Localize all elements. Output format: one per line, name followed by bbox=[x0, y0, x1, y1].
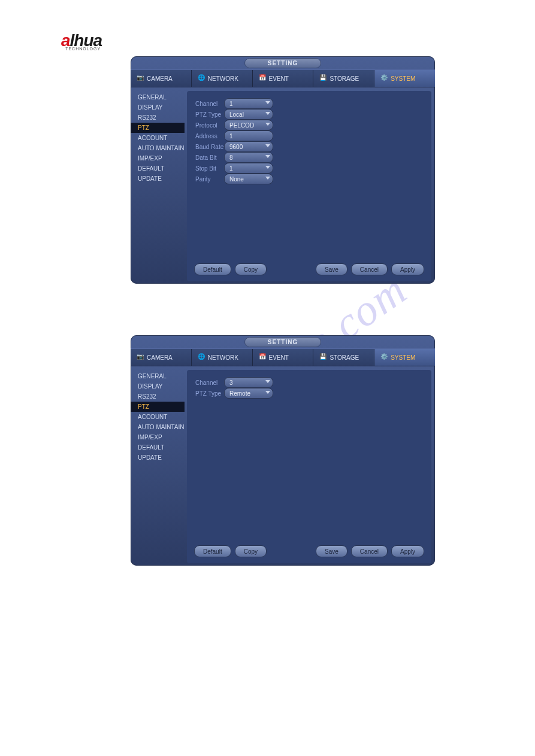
apply-button[interactable]: Apply bbox=[391, 545, 424, 557]
copy-button[interactable]: Copy bbox=[235, 263, 267, 275]
storage-icon: 💾 bbox=[319, 74, 328, 83]
chevron-down-icon bbox=[265, 112, 270, 115]
logo-subtext: TECHNOLOGY bbox=[61, 47, 101, 51]
tab-camera[interactable]: 📷CAMERA bbox=[131, 70, 192, 87]
panel-body: GENERAL DISPLAY RS232 PTZ ACCOUNT AUTO M… bbox=[131, 87, 435, 285]
sidebar-item-default[interactable]: DEFAULT bbox=[131, 163, 185, 174]
sidebar-item-automaintain[interactable]: AUTO MAINTAIN bbox=[131, 422, 185, 432]
default-button[interactable]: Default bbox=[194, 263, 231, 275]
save-button[interactable]: Save bbox=[316, 545, 347, 557]
sidebar-item-default[interactable]: DEFAULT bbox=[131, 442, 185, 453]
brand-logo: alhua TECHNOLOGY bbox=[61, 31, 102, 51]
content-wrap: Channel 1 PTZ Type Local Protocol PELCOD… bbox=[185, 87, 435, 285]
sidebar-item-display[interactable]: DISPLAY bbox=[131, 102, 185, 113]
tab-network[interactable]: 🌐NETWORK bbox=[192, 349, 253, 366]
apply-button[interactable]: Apply bbox=[391, 263, 424, 275]
label-baud: Baud Rate bbox=[195, 144, 224, 150]
chevron-down-icon bbox=[265, 177, 270, 180]
tab-label: STORAGE bbox=[330, 75, 359, 82]
camera-icon: 📷 bbox=[137, 74, 145, 83]
tab-camera[interactable]: 📷CAMERA bbox=[131, 349, 192, 366]
title-bar: SETTING bbox=[131, 335, 435, 348]
content-area: Channel 1 PTZ Type Local Protocol PELCOD… bbox=[187, 91, 431, 281]
tab-label: STORAGE bbox=[330, 354, 359, 361]
row-parity: Parity None bbox=[195, 174, 431, 184]
select-ptztype[interactable]: Remote bbox=[224, 388, 273, 399]
row-ptztype: PTZ Type Local bbox=[195, 109, 431, 120]
sidebar-item-ptz[interactable]: PTZ bbox=[131, 123, 185, 133]
row-channel: Channel 3 bbox=[195, 377, 431, 388]
default-button[interactable]: Default bbox=[194, 545, 231, 557]
sidebar-item-update[interactable]: UPDATE bbox=[131, 453, 185, 463]
chevron-down-icon bbox=[265, 101, 270, 104]
tab-network[interactable]: 🌐NETWORK bbox=[192, 70, 253, 87]
select-value: None bbox=[229, 176, 244, 183]
sidebar-item-update[interactable]: UPDATE bbox=[131, 174, 185, 184]
tab-event[interactable]: 📅EVENT bbox=[253, 70, 314, 87]
cancel-button[interactable]: Cancel bbox=[351, 545, 388, 557]
tab-label: CAMERA bbox=[147, 354, 173, 361]
tab-system[interactable]: ⚙️SYSTEM bbox=[374, 349, 435, 366]
select-ptztype[interactable]: Local bbox=[224, 109, 273, 120]
select-value: 8 bbox=[229, 154, 233, 161]
select-channel[interactable]: 1 bbox=[224, 98, 273, 109]
sidebar-item-rs232[interactable]: RS232 bbox=[131, 113, 185, 123]
settings-panel-2: SETTING 📷CAMERA 🌐NETWORK 📅EVENT 💾STORAGE… bbox=[131, 335, 435, 566]
label-parity: Parity bbox=[195, 176, 224, 183]
event-icon: 📅 bbox=[259, 353, 267, 362]
chevron-down-icon bbox=[265, 123, 270, 126]
sidebar-item-impexp[interactable]: IMP/EXP bbox=[131, 153, 185, 163]
settings-panel-1: SETTING 📷CAMERA 🌐NETWORK 📅EVENT 💾STORAGE… bbox=[131, 56, 435, 284]
sidebar-item-display[interactable]: DISPLAY bbox=[131, 381, 185, 391]
sidebar-item-impexp[interactable]: IMP/EXP bbox=[131, 432, 185, 442]
tab-storage[interactable]: 💾STORAGE bbox=[313, 70, 374, 87]
sidebar-item-automaintain[interactable]: AUTO MAINTAIN bbox=[131, 143, 185, 153]
select-value: 9600 bbox=[229, 144, 243, 150]
row-baud: Baud Rate 9600 bbox=[195, 141, 431, 152]
row-stopbit: Stop Bit 1 bbox=[195, 163, 431, 174]
select-value: 1 bbox=[229, 101, 233, 107]
sidebar-item-general[interactable]: GENERAL bbox=[131, 371, 185, 381]
network-icon: 🌐 bbox=[198, 353, 206, 362]
save-button[interactable]: Save bbox=[316, 263, 347, 275]
tab-storage[interactable]: 💾STORAGE bbox=[313, 349, 374, 366]
select-value: 3 bbox=[229, 379, 233, 386]
select-parity[interactable]: None bbox=[224, 174, 273, 184]
cancel-button[interactable]: Cancel bbox=[351, 263, 388, 275]
copy-button[interactable]: Copy bbox=[235, 545, 267, 557]
chevron-down-icon bbox=[265, 391, 270, 394]
sidebar: GENERAL DISPLAY RS232 PTZ ACCOUNT AUTO M… bbox=[131, 87, 185, 285]
row-address: Address 1 bbox=[195, 130, 431, 141]
label-protocol: Protocol bbox=[195, 122, 224, 129]
select-value: PELCOD bbox=[229, 122, 254, 129]
panel-title: SETTING bbox=[244, 337, 321, 347]
tab-event[interactable]: 📅EVENT bbox=[253, 349, 314, 366]
tab-system[interactable]: ⚙️SYSTEM bbox=[374, 70, 435, 87]
select-baud[interactable]: 9600 bbox=[224, 141, 273, 152]
sidebar-item-rs232[interactable]: RS232 bbox=[131, 391, 185, 402]
event-icon: 📅 bbox=[259, 74, 267, 83]
title-bar: SETTING bbox=[131, 56, 435, 69]
panel-title: SETTING bbox=[244, 58, 321, 68]
tab-label: CAMERA bbox=[147, 75, 173, 82]
input-value: 1 bbox=[229, 133, 233, 139]
system-icon: ⚙️ bbox=[380, 74, 389, 83]
sidebar-item-account[interactable]: ACCOUNT bbox=[131, 412, 185, 422]
tab-label: NETWORK bbox=[208, 354, 238, 361]
sidebar-item-ptz[interactable]: PTZ bbox=[131, 402, 185, 412]
tab-label: NETWORK bbox=[208, 75, 238, 82]
sidebar-item-general[interactable]: GENERAL bbox=[131, 92, 185, 102]
chevron-down-icon bbox=[265, 155, 270, 158]
spacer bbox=[270, 545, 316, 557]
tab-label: SYSTEM bbox=[391, 75, 415, 82]
label-channel: Channel bbox=[195, 379, 224, 386]
sidebar: GENERAL DISPLAY RS232 PTZ ACCOUNT AUTO M… bbox=[131, 366, 185, 567]
input-address[interactable]: 1 bbox=[224, 130, 273, 141]
sidebar-item-account[interactable]: ACCOUNT bbox=[131, 133, 185, 143]
row-protocol: Protocol PELCOD bbox=[195, 120, 431, 130]
select-databit[interactable]: 8 bbox=[224, 152, 273, 163]
select-stopbit[interactable]: 1 bbox=[224, 163, 273, 174]
select-channel[interactable]: 3 bbox=[224, 377, 273, 388]
select-protocol[interactable]: PELCOD bbox=[224, 120, 273, 130]
content-wrap: Channel 3 PTZ Type Remote Default Copy S… bbox=[185, 366, 435, 567]
